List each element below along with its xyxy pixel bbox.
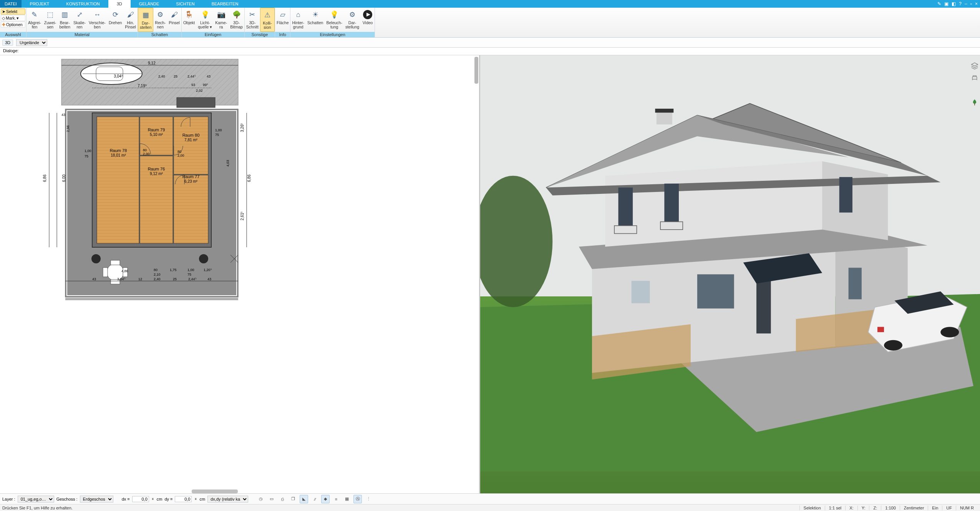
ribbon-icon: 📷 bbox=[216, 9, 227, 20]
svg-text:9,12: 9,12 bbox=[148, 61, 156, 65]
ribbon-btn-einfügen-0[interactable]: 🪑Objekt bbox=[182, 8, 196, 32]
ribbon-icon: 🖌 bbox=[125, 9, 136, 20]
snap-endpoint-icon[interactable]: ◣ bbox=[300, 495, 308, 503]
menu-sichten[interactable]: SICHTEN bbox=[167, 0, 203, 8]
restore-icon[interactable]: ▫ bbox=[970, 1, 973, 7]
ribbon-icon: ⚙ bbox=[155, 9, 166, 20]
menu-konstruktion[interactable]: KONSTRUKTION bbox=[58, 0, 108, 8]
clock-icon[interactable]: ◷ bbox=[257, 495, 265, 503]
help-icon[interactable]: ? bbox=[958, 1, 962, 7]
menubar: DATEI PROJEKT KONSTRUKTION 3D GELÄNDE SI… bbox=[0, 0, 980, 8]
svg-text:2,44⁵: 2,44⁵ bbox=[188, 277, 197, 281]
svg-rect-67 bbox=[103, 268, 108, 277]
svg-rect-109 bbox=[632, 281, 650, 303]
ribbon-group-material: ✎Abgrei-fen⬚Zuwei-sen▥Bear-beiten⤢Skalie… bbox=[27, 8, 138, 37]
ribbon-btn-material-6[interactable]: 🖌Hin.Pinsel bbox=[123, 8, 138, 32]
svg-rect-12 bbox=[177, 98, 215, 107]
ribbon-group-info: ▱Fläche Info bbox=[275, 8, 291, 37]
stack-icon[interactable]: ❐ bbox=[289, 495, 297, 503]
ribbon-btn-material-2[interactable]: ▥Bear-beiten bbox=[58, 8, 72, 32]
n-icon-button[interactable]: Ⓝ bbox=[353, 495, 362, 503]
dy-input[interactable] bbox=[175, 496, 192, 502]
svg-point-119 bbox=[940, 327, 959, 337]
menu-gelaende[interactable]: GELÄNDE bbox=[131, 0, 168, 8]
window-icon[interactable]: ▭ bbox=[267, 495, 276, 503]
plan-2d-view[interactable]: Raum 78 18,01 m² Raum 79 5,10 m² Raum 76… bbox=[0, 55, 480, 493]
car-symbol bbox=[81, 63, 142, 84]
svg-text:2,02: 2,02 bbox=[196, 89, 203, 93]
ribbon-btn-einstellungen-2[interactable]: 💡Beleuch-tung bbox=[325, 8, 343, 32]
ribbon-btn-schatten-2[interactable]: 🖌Pinsel bbox=[167, 8, 181, 32]
lines-icon[interactable]: ≡ bbox=[332, 495, 340, 503]
ribbon-btn-einstellungen-4[interactable]: Video bbox=[361, 8, 375, 32]
svg-text:2,61⁵: 2,61⁵ bbox=[240, 212, 244, 220]
ribbon-btn-einfügen-2[interactable]: 📷Kame-ra bbox=[214, 8, 229, 32]
minimize-icon[interactable]: – bbox=[964, 1, 968, 7]
ribbon-btn-material-5[interactable]: ⟳Drehen bbox=[107, 8, 123, 32]
ribbon-btn-material-4[interactable]: ↔Verschie-ben bbox=[87, 8, 107, 32]
dx-unit: cm bbox=[157, 497, 163, 501]
ribbon-btn-sonstige-1[interactable]: ⚠Kolli-sion bbox=[260, 8, 275, 32]
status-x: X: bbox=[845, 506, 857, 510]
svg-text:80: 80 bbox=[154, 268, 158, 272]
terrain-select[interactable]: Urgelände bbox=[16, 39, 47, 46]
ribbon-btn-einfügen-1[interactable]: 💡Licht-quelle ▾ bbox=[196, 8, 214, 32]
ribbon-icon: ▦ bbox=[140, 10, 151, 20]
ribbon-btn-material-1[interactable]: ⬚Zuwei-sen bbox=[43, 8, 58, 32]
ribbon-icon: 💡 bbox=[329, 9, 340, 20]
ribbon-btn-material-0[interactable]: ✎Abgrei-fen bbox=[27, 8, 43, 32]
coordmode-select[interactable]: dx,dy (relativ ka bbox=[207, 496, 248, 503]
svg-rect-14 bbox=[97, 117, 139, 243]
ribbon-icon: ⟳ bbox=[110, 9, 121, 20]
more-icon[interactable]: ⋮ bbox=[364, 495, 373, 503]
selekt-button[interactable]: ➤ Selekt bbox=[1, 8, 25, 15]
dialoge-bar: Dialoge: bbox=[0, 48, 980, 55]
svg-text:80: 80 bbox=[177, 150, 181, 154]
menu-datei[interactable]: DATEI bbox=[0, 0, 22, 8]
ribbon-btn-schatten-1[interactable]: ⚙Rech-nen bbox=[153, 8, 167, 32]
svg-text:99⁵: 99⁵ bbox=[203, 83, 208, 87]
floor-label: Geschoss : bbox=[56, 497, 78, 501]
horizontal-scrollbar[interactable] bbox=[192, 490, 238, 493]
ribbon-btn-einstellungen-0[interactable]: ⌂Hinter-grund bbox=[290, 8, 306, 32]
ribbon-btn-schatten-0[interactable]: ▦Dar-stellen bbox=[138, 8, 153, 32]
snap-plane-icon[interactable]: ◆ bbox=[321, 495, 330, 503]
menu-3d[interactable]: 3D bbox=[108, 0, 131, 8]
vertical-scrollbar[interactable] bbox=[474, 57, 478, 84]
dx-input[interactable] bbox=[132, 496, 149, 502]
ribbon-icon: 🌳 bbox=[231, 9, 242, 20]
window-icon[interactable]: ◧ bbox=[951, 1, 957, 7]
mark-button[interactable]: ◇ Mark. ▾ bbox=[1, 15, 25, 21]
view-mode-tag[interactable]: 3D bbox=[2, 40, 13, 46]
svg-text:Raum 76: Raum 76 bbox=[148, 167, 165, 171]
ribbon-btn-info-0[interactable]: ▱Fläche bbox=[275, 8, 290, 32]
print-icon[interactable]: ⎙ bbox=[278, 495, 287, 503]
grid-icon[interactable]: ▦ bbox=[343, 495, 351, 503]
optionen-button[interactable]: ✚ Optionen bbox=[1, 21, 25, 28]
menu-bearbeiten[interactable]: BEARBEITEN bbox=[203, 0, 247, 8]
tool-icon[interactable]: ✎ bbox=[937, 1, 942, 7]
svg-text:75: 75 bbox=[187, 273, 191, 276]
ribbon-btn-einstellungen-3[interactable]: ⚙Dar-stellung bbox=[344, 8, 361, 32]
ribbon-btn-sonstige-0[interactable]: ✂3D-Schnitt bbox=[245, 8, 260, 32]
svg-text:7,81 m²: 7,81 m² bbox=[184, 138, 198, 142]
ribbon-icon: ✂ bbox=[247, 9, 258, 20]
clipboard-icon[interactable]: ▣ bbox=[944, 1, 949, 7]
ribbon-group-auswahl: ➤ Selekt ◇ Mark. ▾ ✚ Optionen Auswahl bbox=[0, 8, 27, 37]
svg-text:25: 25 bbox=[173, 277, 177, 281]
ribbon-label-einfuegen: Einfügen bbox=[182, 32, 244, 37]
svg-text:6,86: 6,86 bbox=[43, 174, 47, 182]
floor-select[interactable]: Erdgeschos bbox=[80, 496, 113, 503]
ribbon-icon: 🖌 bbox=[169, 9, 180, 20]
svg-text:1,20⁵: 1,20⁵ bbox=[204, 268, 212, 272]
view-3d[interactable] bbox=[480, 55, 980, 493]
ribbon-btn-einfügen-3[interactable]: 🌳3D-Bitmap bbox=[229, 8, 244, 32]
snap-edge-icon[interactable]: ⫽ bbox=[310, 495, 319, 503]
menu-projekt[interactable]: PROJEKT bbox=[22, 0, 58, 8]
ribbon-btn-einstellungen-1[interactable]: ☀Schatten bbox=[306, 8, 325, 32]
close-icon[interactable]: × bbox=[974, 1, 978, 7]
svg-text:2,44⁵: 2,44⁵ bbox=[187, 74, 196, 78]
svg-rect-103 bbox=[655, 109, 673, 112]
layer-select[interactable]: 01_ug,eg,o… bbox=[18, 496, 54, 503]
ribbon-btn-material-3[interactable]: ⤢Skalie-ren bbox=[72, 8, 87, 32]
